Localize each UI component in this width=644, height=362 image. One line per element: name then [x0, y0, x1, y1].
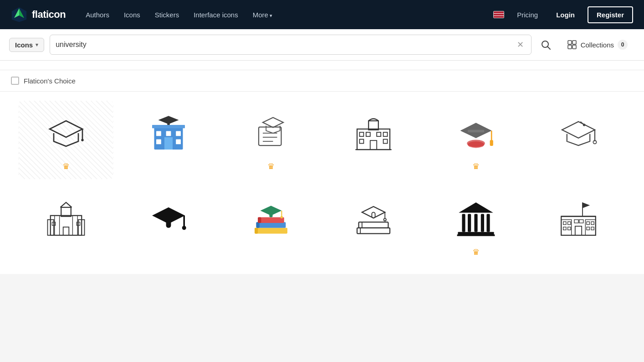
nav-links: Authors Icons Stickers Interface icons M…	[80, 7, 479, 22]
svg-rect-31	[366, 132, 370, 136]
choice-bar: Flaticon's Choice	[0, 70, 644, 92]
chevron-down-icon: ▾	[36, 42, 38, 48]
svg-rect-17	[166, 131, 171, 136]
svg-rect-97	[563, 222, 566, 224]
svg-marker-83	[459, 202, 493, 213]
svg-rect-67	[256, 222, 286, 228]
icon-image-1	[43, 110, 89, 156]
svg-rect-23	[259, 127, 281, 146]
collections-count: 0	[618, 40, 628, 50]
nav-more[interactable]: More	[247, 7, 278, 22]
svg-rect-98	[567, 222, 570, 224]
icon-card-9[interactable]	[223, 186, 318, 265]
svg-point-44	[467, 140, 485, 147]
svg-rect-14	[167, 120, 169, 125]
svg-rect-42	[490, 140, 493, 146]
icon-card-6[interactable]	[531, 101, 626, 179]
logo-icon	[11, 6, 27, 23]
svg-point-49	[583, 124, 585, 126]
icon-image-2	[146, 110, 191, 156]
svg-rect-68	[256, 222, 259, 228]
icon-card-12[interactable]	[531, 186, 626, 265]
logo-text: flaticon	[32, 9, 66, 21]
svg-rect-90	[457, 234, 495, 236]
svg-rect-104	[591, 227, 593, 230]
icon-card-4[interactable]	[326, 101, 421, 179]
svg-rect-106	[574, 220, 578, 223]
icon-image-7	[43, 196, 89, 242]
svg-rect-103	[587, 227, 589, 230]
svg-rect-99	[563, 227, 566, 230]
svg-rect-85	[468, 214, 471, 232]
svg-point-82	[383, 218, 386, 221]
premium-badge-3: ♛	[267, 161, 275, 171]
search-input-wrapper: ✕	[50, 35, 531, 55]
svg-rect-21	[164, 137, 173, 150]
premium-badge-5: ♛	[472, 161, 480, 171]
svg-rect-102	[591, 222, 593, 224]
flaticons-choice-label: Flaticon's Choice	[24, 77, 76, 85]
icon-card-8[interactable]	[121, 186, 216, 265]
nav-stickers[interactable]: Stickers	[149, 7, 184, 22]
pricing-link[interactable]: Pricing	[511, 7, 543, 22]
svg-rect-58	[63, 227, 69, 235]
svg-rect-9	[572, 45, 576, 49]
svg-rect-86	[474, 214, 477, 232]
svg-rect-62	[166, 216, 171, 228]
search-bar: Icons ▾ ✕ Collections 0	[0, 29, 644, 61]
collections-label: Collections	[581, 41, 614, 49]
svg-rect-53	[61, 207, 71, 217]
svg-rect-101	[587, 222, 589, 224]
search-button[interactable]	[537, 38, 554, 52]
icon-card-7[interactable]	[18, 186, 113, 265]
svg-rect-30	[359, 132, 363, 136]
logo-link[interactable]: flaticon	[11, 6, 66, 23]
svg-rect-18	[176, 131, 181, 136]
icon-image-11	[453, 196, 499, 242]
language-flag[interactable]	[493, 11, 504, 18]
clear-search-button[interactable]: ✕	[515, 38, 526, 52]
premium-badge-1: ♛	[62, 161, 70, 171]
login-link[interactable]: Login	[551, 7, 580, 22]
svg-rect-7	[572, 41, 576, 44]
icon-card-3[interactable]: ♛	[223, 101, 318, 179]
svg-rect-84	[462, 214, 465, 232]
nav-icons[interactable]: Icons	[118, 7, 146, 22]
icon-card-11[interactable]: ♛	[428, 186, 523, 265]
collections-button[interactable]: Collections 0	[560, 36, 635, 53]
icon-card-5[interactable]: ♛	[428, 101, 523, 179]
svg-marker-96	[583, 202, 590, 208]
nav-right: Pricing Login Register	[493, 6, 633, 23]
search-input[interactable]	[56, 41, 515, 49]
icons-grid: ♛	[0, 92, 644, 274]
svg-rect-77	[358, 222, 388, 228]
premium-badge-11: ♛	[472, 247, 480, 257]
icon-card-2[interactable]	[121, 101, 216, 179]
search-type-dropdown[interactable]: Icons ▾	[9, 38, 44, 52]
svg-rect-66	[255, 228, 258, 234]
svg-line-5	[547, 47, 550, 50]
svg-rect-36	[370, 140, 376, 150]
svg-point-74	[280, 216, 282, 218]
icon-card-1[interactable]: ♛	[18, 101, 113, 179]
svg-rect-107	[579, 220, 583, 223]
svg-rect-29	[368, 121, 378, 130]
nav-authors[interactable]: Authors	[80, 7, 115, 22]
svg-rect-34	[359, 140, 363, 144]
icon-image-8	[146, 196, 191, 242]
icon-card-10[interactable]	[326, 186, 421, 265]
svg-rect-100	[567, 227, 570, 230]
nav-interface-icons[interactable]: Interface icons	[188, 7, 244, 22]
register-button[interactable]: Register	[588, 6, 633, 23]
search-type-label: Icons	[15, 41, 33, 49]
icon-image-10	[351, 196, 396, 242]
icon-image-9	[248, 196, 294, 242]
collections-icon	[567, 40, 577, 50]
icon-image-5	[453, 110, 499, 156]
svg-rect-8	[568, 45, 572, 49]
svg-rect-6	[568, 41, 572, 44]
svg-rect-87	[480, 214, 484, 232]
svg-rect-20	[176, 140, 181, 145]
svg-rect-105	[575, 226, 581, 235]
flaticons-choice-checkbox[interactable]	[11, 77, 19, 85]
